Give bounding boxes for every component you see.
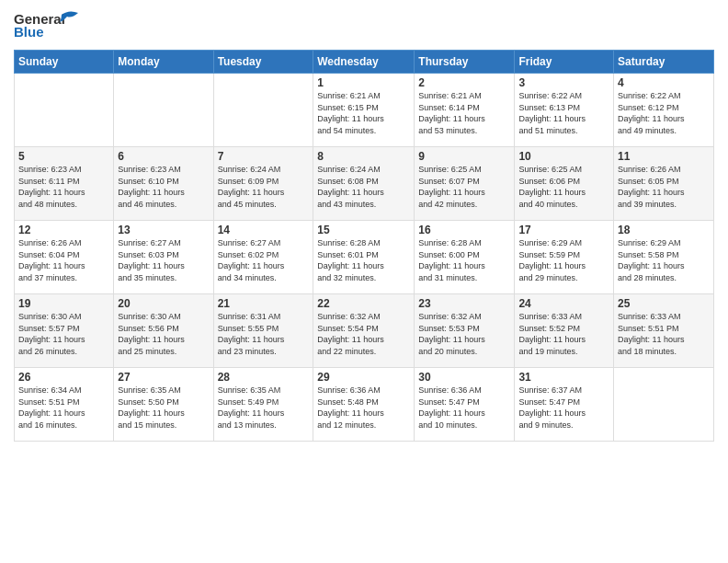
day-info: Sunrise: 6:27 AM Sunset: 6:02 PM Dayligh… (218, 237, 310, 283)
day-cell: 13Sunrise: 6:27 AM Sunset: 6:03 PM Dayli… (114, 221, 213, 294)
day-number: 10 (518, 150, 609, 163)
day-info: Sunrise: 6:21 AM Sunset: 6:14 PM Dayligh… (418, 90, 510, 136)
day-cell: 31Sunrise: 6:37 AM Sunset: 5:47 PM Dayli… (515, 368, 614, 442)
week-row-4: 19Sunrise: 6:30 AM Sunset: 5:57 PM Dayli… (15, 294, 714, 368)
day-cell (114, 74, 213, 147)
day-info: Sunrise: 6:25 AM Sunset: 6:07 PM Dayligh… (418, 164, 510, 210)
day-number: 1 (317, 76, 410, 89)
day-info: Sunrise: 6:29 AM Sunset: 5:58 PM Dayligh… (618, 237, 710, 283)
day-info: Sunrise: 6:22 AM Sunset: 6:13 PM Dayligh… (518, 90, 609, 136)
day-cell: 6Sunrise: 6:23 AM Sunset: 6:10 PM Daylig… (114, 147, 213, 221)
logo: GeneralBlue (14, 9, 87, 42)
day-number: 7 (218, 150, 310, 163)
day-cell: 7Sunrise: 6:24 AM Sunset: 6:09 PM Daylig… (213, 147, 313, 221)
day-info: Sunrise: 6:24 AM Sunset: 6:09 PM Dayligh… (218, 164, 310, 210)
logo-svg: GeneralBlue (14, 9, 87, 42)
day-info: Sunrise: 6:21 AM Sunset: 6:15 PM Dayligh… (317, 90, 410, 136)
day-number: 3 (518, 76, 609, 89)
day-number: 16 (418, 224, 510, 236)
week-row-2: 5Sunrise: 6:23 AM Sunset: 6:11 PM Daylig… (15, 147, 714, 221)
day-cell: 5Sunrise: 6:23 AM Sunset: 6:11 PM Daylig… (15, 147, 114, 221)
page: GeneralBlue SundayMondayTuesdayWednesday… (0, 0, 728, 563)
day-number: 29 (317, 371, 410, 384)
day-info: Sunrise: 6:26 AM Sunset: 6:05 PM Dayligh… (618, 164, 710, 210)
svg-text:Blue: Blue (14, 24, 44, 40)
day-number: 15 (317, 224, 410, 236)
day-cell: 25Sunrise: 6:33 AM Sunset: 5:51 PM Dayli… (614, 294, 714, 368)
day-info: Sunrise: 6:30 AM Sunset: 5:57 PM Dayligh… (18, 311, 109, 357)
day-number: 21 (218, 297, 310, 310)
header: GeneralBlue (14, 9, 714, 42)
day-cell: 16Sunrise: 6:28 AM Sunset: 6:00 PM Dayli… (415, 221, 515, 294)
day-info: Sunrise: 6:30 AM Sunset: 5:56 PM Dayligh… (118, 311, 209, 357)
day-cell: 12Sunrise: 6:26 AM Sunset: 6:04 PM Dayli… (15, 221, 114, 294)
day-cell: 14Sunrise: 6:27 AM Sunset: 6:02 PM Dayli… (213, 221, 313, 294)
header-thursday: Thursday (415, 51, 515, 74)
day-cell: 18Sunrise: 6:29 AM Sunset: 5:58 PM Dayli… (614, 221, 714, 294)
calendar-table: SundayMondayTuesdayWednesdayThursdayFrid… (14, 50, 714, 442)
day-number: 25 (618, 297, 710, 310)
header-friday: Friday (515, 51, 614, 74)
day-info: Sunrise: 6:23 AM Sunset: 6:11 PM Dayligh… (18, 164, 109, 210)
header-wednesday: Wednesday (313, 51, 415, 74)
day-info: Sunrise: 6:28 AM Sunset: 6:01 PM Dayligh… (317, 237, 410, 283)
day-number: 11 (618, 150, 710, 163)
day-number: 4 (618, 76, 710, 89)
day-cell (614, 368, 714, 442)
day-number: 27 (118, 371, 209, 384)
day-number: 28 (218, 371, 310, 384)
day-info: Sunrise: 6:35 AM Sunset: 5:50 PM Dayligh… (118, 385, 209, 431)
day-cell: 20Sunrise: 6:30 AM Sunset: 5:56 PM Dayli… (114, 294, 213, 368)
day-number: 9 (418, 150, 510, 163)
day-number: 18 (618, 224, 710, 236)
day-info: Sunrise: 6:33 AM Sunset: 5:51 PM Dayligh… (618, 311, 710, 357)
day-number: 8 (317, 150, 410, 163)
day-info: Sunrise: 6:24 AM Sunset: 6:08 PM Dayligh… (317, 164, 410, 210)
header-tuesday: Tuesday (213, 51, 313, 74)
day-info: Sunrise: 6:36 AM Sunset: 5:48 PM Dayligh… (317, 385, 410, 431)
day-cell: 30Sunrise: 6:36 AM Sunset: 5:47 PM Dayli… (415, 368, 515, 442)
day-number: 31 (518, 371, 609, 384)
day-number: 19 (18, 297, 109, 310)
day-number: 13 (118, 224, 209, 236)
header-sunday: Sunday (15, 51, 114, 74)
day-number: 24 (518, 297, 609, 310)
day-cell: 27Sunrise: 6:35 AM Sunset: 5:50 PM Dayli… (114, 368, 213, 442)
week-row-5: 26Sunrise: 6:34 AM Sunset: 5:51 PM Dayli… (15, 368, 714, 442)
day-info: Sunrise: 6:22 AM Sunset: 6:12 PM Dayligh… (618, 90, 710, 136)
day-number: 2 (418, 76, 510, 89)
day-cell: 22Sunrise: 6:32 AM Sunset: 5:54 PM Dayli… (313, 294, 415, 368)
day-number: 14 (218, 224, 310, 236)
day-cell: 19Sunrise: 6:30 AM Sunset: 5:57 PM Dayli… (15, 294, 114, 368)
day-info: Sunrise: 6:36 AM Sunset: 5:47 PM Dayligh… (418, 385, 510, 431)
day-cell: 15Sunrise: 6:28 AM Sunset: 6:01 PM Dayli… (313, 221, 415, 294)
day-info: Sunrise: 6:25 AM Sunset: 6:06 PM Dayligh… (518, 164, 609, 210)
day-number: 12 (18, 224, 109, 236)
day-cell (213, 74, 313, 147)
day-cell: 17Sunrise: 6:29 AM Sunset: 5:59 PM Dayli… (515, 221, 614, 294)
day-info: Sunrise: 6:34 AM Sunset: 5:51 PM Dayligh… (18, 385, 109, 431)
day-number: 23 (418, 297, 510, 310)
day-info: Sunrise: 6:27 AM Sunset: 6:03 PM Dayligh… (118, 237, 209, 283)
week-row-1: 1Sunrise: 6:21 AM Sunset: 6:15 PM Daylig… (15, 74, 714, 147)
day-cell: 10Sunrise: 6:25 AM Sunset: 6:06 PM Dayli… (515, 147, 614, 221)
day-info: Sunrise: 6:23 AM Sunset: 6:10 PM Dayligh… (118, 164, 209, 210)
day-cell: 11Sunrise: 6:26 AM Sunset: 6:05 PM Dayli… (614, 147, 714, 221)
day-number: 22 (317, 297, 410, 310)
day-number: 17 (518, 224, 609, 236)
day-info: Sunrise: 6:32 AM Sunset: 5:53 PM Dayligh… (418, 311, 510, 357)
day-cell: 29Sunrise: 6:36 AM Sunset: 5:48 PM Dayli… (313, 368, 415, 442)
day-info: Sunrise: 6:26 AM Sunset: 6:04 PM Dayligh… (18, 237, 109, 283)
day-number: 5 (18, 150, 109, 163)
header-monday: Monday (114, 51, 213, 74)
day-number: 20 (118, 297, 209, 310)
day-info: Sunrise: 6:32 AM Sunset: 5:54 PM Dayligh… (317, 311, 410, 357)
header-saturday: Saturday (614, 51, 714, 74)
day-cell: 9Sunrise: 6:25 AM Sunset: 6:07 PM Daylig… (415, 147, 515, 221)
day-number: 30 (418, 371, 510, 384)
day-info: Sunrise: 6:31 AM Sunset: 5:55 PM Dayligh… (218, 311, 310, 357)
calendar-header-row: SundayMondayTuesdayWednesdayThursdayFrid… (15, 51, 714, 74)
day-cell: 23Sunrise: 6:32 AM Sunset: 5:53 PM Dayli… (415, 294, 515, 368)
day-cell: 21Sunrise: 6:31 AM Sunset: 5:55 PM Dayli… (213, 294, 313, 368)
day-number: 26 (18, 371, 109, 384)
